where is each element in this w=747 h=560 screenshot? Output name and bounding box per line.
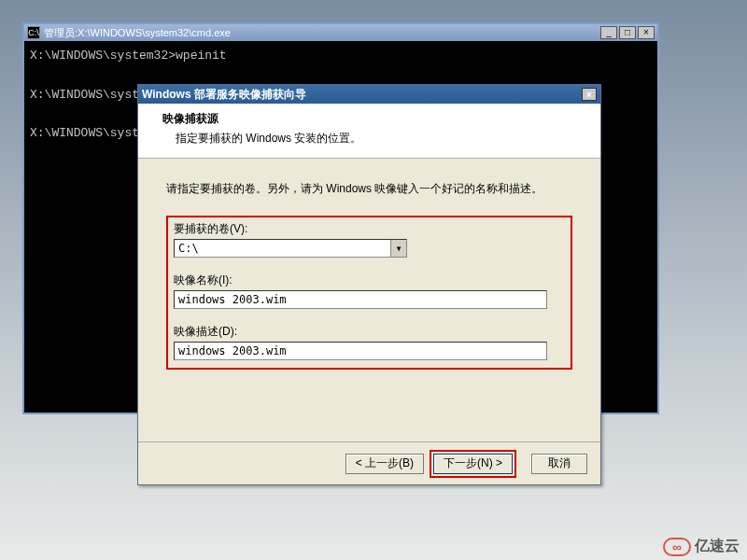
image-description-value: windows 2003.wim: [178, 344, 287, 357]
wizard-instruction: 请指定要捕获的卷。另外，请为 Windows 映像键入一个好记的名称和描述。: [166, 181, 572, 197]
wizard-close-button[interactable]: ×: [582, 88, 597, 101]
cmd-titlebar[interactable]: C:\ 管理员: X:\WINDOWS\system32\cmd.exe _ □…: [24, 24, 657, 41]
cmd-close-button[interactable]: ×: [638, 26, 655, 39]
cmd-maximize-button[interactable]: □: [619, 26, 636, 39]
highlight-capture-fields: 要捕获的卷(V): C:\ ▾ 映像名称(I): windows 2003.wi…: [166, 216, 572, 370]
image-description-input[interactable]: windows 2003.wim: [174, 342, 547, 360]
wizard-titlebar[interactable]: Windows 部署服务映像捕获向导 ×: [138, 85, 600, 104]
wizard-header-title: 映像捕获源: [162, 111, 576, 127]
wizard-footer: < 上一步(B) 下一步(N) > 取消: [138, 441, 600, 484]
cloud-icon: ∞: [663, 538, 691, 556]
cancel-button[interactable]: 取消: [531, 454, 587, 474]
cmd-icon: C:\: [27, 26, 40, 39]
image-name-input[interactable]: windows 2003.wim: [174, 290, 547, 309]
wizard-title: Windows 部署服务映像捕获向导: [142, 87, 306, 103]
wizard-header-subtitle: 指定要捕获的 Windows 安装的位置。: [176, 131, 576, 147]
cmd-title-prefix: 管理员:: [44, 26, 78, 40]
highlight-next: 下一步(N) >: [430, 450, 516, 478]
wizard-content: 请指定要捕获的卷。另外，请为 Windows 映像键入一个好记的名称和描述。 要…: [138, 159, 600, 383]
cmd-title-path: X:\WINDOWS\system32\cmd.exe: [78, 27, 231, 38]
wizard-header: 映像捕获源 指定要捕获的 Windows 安装的位置。: [138, 104, 600, 159]
volume-label: 要捕获的卷(V):: [174, 221, 565, 237]
wizard-dialog: Windows 部署服务映像捕获向导 × 映像捕获源 指定要捕获的 Window…: [137, 84, 601, 485]
image-description-label: 映像描述(D):: [174, 324, 565, 340]
volume-select-value: C:\: [178, 242, 199, 255]
chevron-down-icon[interactable]: ▾: [390, 240, 406, 257]
image-name-label: 映像名称(I):: [174, 273, 565, 288]
volume-select[interactable]: C:\ ▾: [174, 239, 407, 258]
watermark: ∞ 亿速云: [663, 537, 740, 556]
next-button[interactable]: 下一步(N) >: [433, 454, 513, 474]
watermark-text: 亿速云: [695, 537, 740, 556]
cmd-minimize-button[interactable]: _: [600, 26, 617, 39]
back-button[interactable]: < 上一步(B): [345, 454, 424, 474]
image-name-value: windows 2003.wim: [178, 293, 287, 306]
